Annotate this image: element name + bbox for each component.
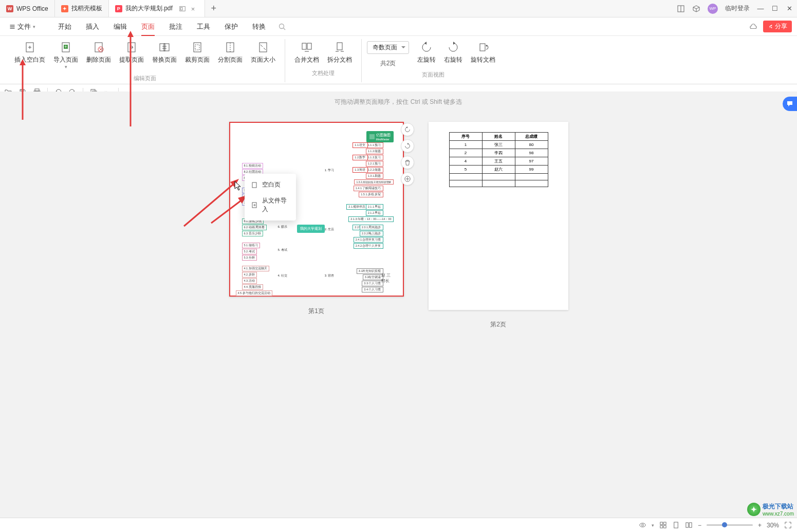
drag-hint: 可拖动调整页面顺序，按住 Ctrl 或 Shift 键多选 (0, 98, 797, 106)
layout-icon[interactable] (677, 5, 685, 13)
mindmap-center: 我的大学规划 (297, 225, 325, 233)
svg-rect-52 (674, 522, 678, 528)
merge-doc-button[interactable]: 合并文档 (290, 39, 323, 66)
tab-view-icon[interactable] (179, 5, 186, 12)
blank-page-icon (251, 181, 258, 189)
search-icon[interactable] (278, 23, 286, 31)
single-page-icon[interactable] (672, 521, 680, 529)
zoom-in-button[interactable]: + (758, 522, 762, 529)
svg-point-47 (642, 524, 644, 526)
page-size-button[interactable]: 页面大小 (247, 39, 280, 71)
svg-rect-28 (307, 43, 311, 49)
zoom-slider[interactable] (707, 524, 753, 526)
page-filter-select[interactable]: 奇数页面 (367, 41, 409, 54)
page2-table: 序号姓名总成绩 1张三80 2李四98 4王五97 5赵六99 (449, 132, 548, 187)
ribbon-group-edit-label: 编辑页面 (134, 75, 156, 82)
app-tab-template[interactable]: ✦ 找稻壳模板 (55, 0, 109, 17)
wps-logo-icon: W (6, 5, 13, 12)
new-tab-button[interactable]: + (205, 0, 223, 17)
mindmaster-badge: 亿图脑图MindMaster (366, 131, 394, 142)
rotate-right-button[interactable]: 右旋转 (440, 39, 467, 66)
tab-doc-label: 我的大学规划.pdf (125, 4, 173, 13)
tab-close-icon[interactable]: × (191, 5, 198, 12)
svg-rect-51 (663, 525, 666, 528)
menu-page[interactable]: 页面 (134, 17, 162, 36)
tab-group: W WPS Office ✦ 找稻壳模板 P 我的大学规划.pdf × + (0, 0, 223, 17)
svg-rect-1 (180, 7, 182, 10)
svg-point-7 (280, 24, 284, 28)
grid-view-icon[interactable] (659, 521, 667, 529)
split-page-button[interactable]: 分割页面 (214, 39, 247, 71)
page-tools (401, 123, 414, 186)
delete-page-button[interactable]: 删除页面 (82, 39, 115, 71)
ctx-blank-page[interactable]: 空白页 (245, 177, 296, 193)
svg-rect-48 (660, 522, 663, 525)
svg-rect-49 (663, 522, 666, 525)
rotate-cw-tool[interactable] (401, 139, 414, 153)
rotate-left-button[interactable]: 左旋转 (413, 39, 440, 66)
page-2-wrap: 序号姓名总成绩 1张三80 2李四98 4王五97 5赵六99 第2页 (429, 122, 568, 329)
svg-rect-22 (194, 43, 201, 52)
svg-rect-27 (302, 43, 306, 49)
minimize-button[interactable]: — (757, 5, 764, 12)
zoom-thumb[interactable] (722, 522, 727, 527)
ribbon-group-doc-label: 文档处理 (312, 69, 335, 77)
svg-rect-53 (686, 523, 689, 527)
close-button[interactable]: ✕ (786, 5, 793, 12)
rotate-doc-button[interactable]: 旋转文档 (467, 39, 499, 66)
fullscreen-icon[interactable] (784, 521, 792, 529)
page-1-wrap: 亿图脑图MindMaster 我的大学规划 思维 1. 学习 2. 生活 3. … (229, 122, 404, 329)
share-label: 分享 (775, 22, 787, 31)
add-page-tool[interactable] (401, 172, 414, 186)
avatar-icon[interactable]: WP (708, 4, 718, 14)
maximize-button[interactable]: ☐ (771, 5, 779, 12)
status-bar: ▾ − + 30% (0, 518, 797, 532)
ribbon-group-view: 奇数页面 共2页 左旋转 右旋转 旋转文档 页面视图 (361, 39, 505, 82)
zoom-value[interactable]: 30% (767, 522, 779, 529)
svg-rect-36 (369, 134, 375, 139)
split-doc-button[interactable]: 拆分文档 (323, 39, 356, 66)
main-area: 可拖动调整页面顺序，按住 Ctrl 或 Shift 键多选 亿图脑图MindMa… (0, 91, 797, 518)
zoom-out-button[interactable]: − (698, 522, 701, 529)
share-button[interactable]: 分享 (763, 21, 792, 32)
import-page-button[interactable]: +导入页面▾ (49, 39, 82, 71)
menu-items: 开始 插入 编辑 页面 批注 工具 保护 转换 (51, 17, 273, 36)
file-label: 文件 (17, 22, 31, 31)
crop-page-button[interactable]: 裁剪页面 (181, 39, 214, 71)
signature: 赵 三部长 (381, 272, 391, 284)
extract-page-button[interactable]: 提取页面 (115, 39, 148, 71)
file-menu[interactable]: 文件 ▾ (4, 22, 41, 31)
watermark-url: www.xz7.com (763, 511, 794, 517)
app-tab-doc[interactable]: P 我的大学规划.pdf × (109, 0, 205, 17)
delete-tool[interactable] (401, 156, 414, 169)
insert-blank-page-button[interactable]: 插入空白页 (10, 39, 49, 71)
two-page-icon[interactable] (685, 521, 693, 529)
menu-insert[interactable]: 插入 (79, 17, 106, 36)
menu-start[interactable]: 开始 (51, 17, 79, 36)
cloud-icon[interactable] (749, 23, 758, 30)
view-mode-icon[interactable] (639, 521, 646, 529)
svg-rect-54 (689, 523, 692, 527)
app-name: WPS Office (16, 5, 48, 12)
menu-convert[interactable]: 转换 (245, 17, 273, 36)
ctx-import-file[interactable]: 从文件导入 (245, 193, 296, 217)
page-2[interactable]: 序号姓名总成绩 1张三80 2李四98 4王五97 5赵六99 (429, 122, 568, 310)
import-file-icon (251, 201, 258, 209)
menu-annotate[interactable]: 批注 (162, 17, 190, 36)
chevron-down-icon[interactable]: ▾ (652, 523, 654, 528)
menu-edit[interactable]: 编辑 (106, 17, 134, 36)
svg-rect-29 (337, 43, 342, 50)
app-tab-wps[interactable]: W WPS Office (0, 0, 55, 17)
watermark-logo-icon: ✦ (747, 503, 761, 516)
menu-tools[interactable]: 工具 (190, 17, 217, 36)
replace-page-button[interactable]: 替换页面 (148, 39, 181, 71)
login-text[interactable]: 临时登录 (725, 4, 750, 13)
cursor-icon (234, 181, 243, 191)
rotate-ccw-tool[interactable] (401, 123, 414, 136)
feedback-button[interactable] (783, 97, 797, 111)
svg-text:+: + (64, 44, 67, 49)
template-icon: ✦ (61, 5, 68, 12)
titlebar-right: WP 临时登录 — ☐ ✕ (677, 4, 793, 14)
menu-protect[interactable]: 保护 (217, 17, 245, 36)
box-icon[interactable] (692, 5, 700, 13)
